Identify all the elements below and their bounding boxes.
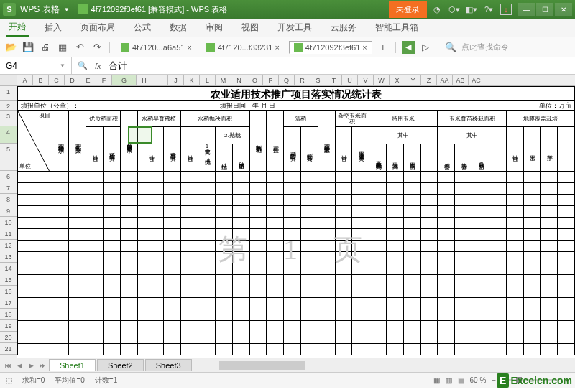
menu-cloud[interactable]: 云服务 (328, 19, 359, 36)
view-pagelayout-icon[interactable]: ▥ (446, 376, 452, 384)
row-header[interactable]: 13 (0, 251, 17, 263)
zoom-out-button[interactable]: − (492, 376, 496, 384)
col-header[interactable]: Z (421, 75, 437, 85)
row-header[interactable]: 7 (0, 182, 17, 194)
record-icon[interactable]: ⬚ (6, 376, 12, 384)
row-header[interactable]: 18 (0, 309, 17, 320)
menu-smarttools[interactable]: 智能工具箱 (372, 19, 421, 36)
row-header[interactable]: 5 (0, 144, 17, 171)
col-header[interactable]: F (96, 75, 112, 85)
row-header[interactable]: 2 (0, 101, 17, 111)
row-header[interactable]: 9 (0, 205, 17, 217)
doc-tab-1[interactable]: 4f7120...a6a51 × (116, 41, 197, 54)
name-box[interactable]: G4▼ (0, 57, 72, 74)
row-header[interactable]: 21 (0, 343, 17, 355)
menu-insert[interactable]: 插入 (42, 19, 65, 36)
col-header[interactable]: P (263, 75, 279, 85)
row-header[interactable]: 8 (0, 194, 17, 205)
formula-input[interactable]: 合计 (109, 60, 127, 73)
view-normal-icon[interactable]: ▦ (433, 376, 440, 384)
feedback-icon[interactable]: ↓ (500, 4, 512, 15)
print-icon[interactable]: 🖨 (39, 41, 52, 54)
menu-formula[interactable]: 公式 (131, 19, 154, 36)
col-header[interactable]: A (17, 75, 33, 85)
sheet-nav-prev[interactable]: ◀ (14, 362, 24, 369)
col-header[interactable]: L (200, 75, 216, 85)
share-icon[interactable]: ⬡▾ (448, 4, 460, 15)
col-header[interactable]: W (374, 75, 390, 85)
zoom-level[interactable]: 60 % (470, 376, 487, 384)
row-header[interactable]: 14 (0, 263, 17, 274)
row-header[interactable]: 10 (0, 217, 17, 228)
sheet-tab-3[interactable]: Sheet3 (145, 359, 192, 371)
login-button[interactable]: 未登录 (389, 1, 427, 18)
sheet-tab-1[interactable]: Sheet1 (49, 359, 96, 371)
save-icon[interactable]: 💾 (22, 41, 34, 54)
redo-icon[interactable]: ↷ (91, 41, 104, 54)
col-header[interactable]: N (231, 75, 247, 85)
col-header[interactable]: T (326, 75, 342, 85)
preview-icon[interactable]: ▦ (56, 41, 69, 54)
select-all-corner[interactable] (0, 75, 17, 85)
row-header[interactable]: 16 (0, 286, 17, 297)
row-header[interactable]: 6 (0, 171, 17, 182)
sheet-nav-last[interactable]: ⏭ (37, 362, 47, 369)
command-search[interactable]: 点此查找命令 (461, 42, 571, 52)
col-header[interactable]: S (310, 75, 326, 85)
row-header[interactable]: 4 (0, 126, 17, 144)
col-header[interactable]: M (216, 75, 231, 85)
col-header[interactable]: AB (453, 75, 469, 85)
row-header[interactable]: 11 (0, 228, 17, 240)
undo-icon[interactable]: ↶ (73, 41, 86, 54)
col-header[interactable]: U (342, 75, 358, 85)
col-header[interactable]: O (247, 75, 263, 85)
open-icon[interactable]: 📂 (4, 41, 17, 54)
row-header[interactable]: 19 (0, 320, 17, 332)
row-header[interactable]: 20 (0, 332, 17, 343)
menu-pagelayout[interactable]: 页面布局 (78, 19, 118, 36)
col-header[interactable]: R (295, 75, 310, 85)
row-header[interactable]: 1 (0, 86, 17, 101)
new-sheet-button[interactable]: + (193, 362, 203, 369)
sheet-tab-2[interactable]: Sheet2 (97, 359, 144, 371)
row-header[interactable]: 15 (0, 274, 17, 286)
row-header[interactable]: 12 (0, 240, 17, 251)
help-icon[interactable]: ?▾ (483, 4, 494, 15)
sheet-nav-next[interactable]: ▶ (26, 362, 36, 369)
col-header[interactable]: V (358, 75, 374, 85)
row-header[interactable]: 22 (0, 355, 17, 358)
fx-icon[interactable]: fx (95, 62, 101, 70)
grid[interactable]: 农业适用技术推广项目落实情况统计表 填报单位（公章）： 填报日间：年 月 日 单… (17, 86, 575, 358)
row-header[interactable]: 17 (0, 297, 17, 309)
col-header[interactable]: I (152, 75, 168, 85)
menu-devtools[interactable]: 开发工具 (275, 19, 315, 36)
horizontal-scrollbar[interactable] (219, 361, 572, 370)
doc-tab-2[interactable]: 4f7120...f33231 × (201, 41, 285, 54)
sync-icon[interactable]: ◔ (431, 4, 443, 15)
col-header[interactable]: AA (437, 75, 453, 85)
new-tab-button[interactable]: + (377, 41, 390, 54)
col-header[interactable]: X (390, 75, 405, 85)
menu-data[interactable]: 数据 (167, 19, 190, 36)
fx-search-icon[interactable]: 🔍 (78, 61, 88, 70)
menu-review[interactable]: 审阅 (203, 19, 226, 36)
sheet-nav-first[interactable]: ⏮ (3, 362, 13, 369)
app-menu-dropdown[interactable]: ▼ (64, 6, 70, 13)
view-pagebreak-icon[interactable]: ▤ (458, 376, 464, 384)
menu-start[interactable]: 开始 (6, 19, 29, 37)
maximize-button[interactable]: ☐ (536, 3, 553, 16)
doc-tab-3[interactable]: 4f712092f3ef61 × (289, 41, 372, 54)
nav-next-icon[interactable]: ▷ (419, 41, 432, 54)
col-header[interactable]: K (184, 75, 200, 85)
col-header[interactable]: B (33, 75, 49, 85)
skin-icon[interactable]: ◧▾ (466, 4, 477, 15)
col-header[interactable]: J (168, 75, 184, 85)
col-header[interactable]: C (49, 75, 65, 85)
col-header[interactable]: D (65, 75, 80, 85)
col-header[interactable]: H (137, 75, 152, 85)
search-icon[interactable]: 🔍 (444, 41, 457, 54)
col-header[interactable]: G (112, 75, 137, 85)
row-header[interactable]: 3 (0, 111, 17, 126)
col-header[interactable]: E (80, 75, 96, 85)
menu-view[interactable]: 视图 (239, 19, 262, 36)
